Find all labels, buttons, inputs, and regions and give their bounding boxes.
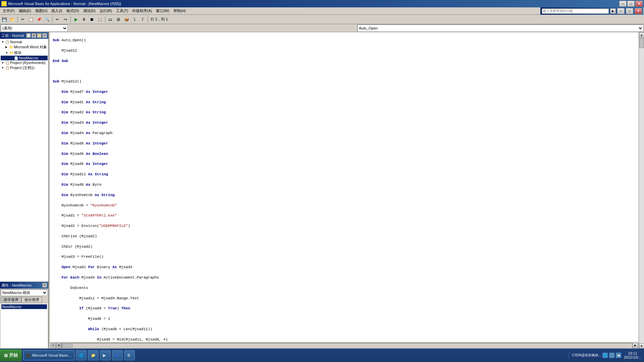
clock[interactable]: 19:11 2022/10/... xyxy=(624,351,641,359)
windows-logo: ⊞ xyxy=(4,353,8,358)
tree-label-proj1: Project (Rysnhvmtnb) xyxy=(10,61,46,65)
toolbar-open-btn[interactable]: 📂 xyxy=(9,16,16,23)
props-tab-alpha[interactable]: 按字母序 xyxy=(1,297,21,303)
project-view-code-btn[interactable]: 📄 xyxy=(26,33,31,38)
module-dropdown[interactable]: (通用) xyxy=(1,24,68,32)
code-editor[interactable]: Sub Auto_Open() Mjsad12 End Sub Sub Mjsa… xyxy=(50,32,639,342)
toolbar-sep-4 xyxy=(105,16,105,23)
toolbar-break-btn[interactable]: ⏸ xyxy=(80,16,88,23)
weather-tray-icon[interactable]: ⛅ xyxy=(616,353,621,358)
window-title: Microsoft Visual Basic for Applications … xyxy=(8,1,121,6)
toolbar-pe-btn[interactable]: 🗂 xyxy=(107,16,114,23)
project-explorer: 工程 - Normal 📄 ⊞ 📁 ✕ ▼ 📋 Normal ▶ 📁 Mi xyxy=(0,32,48,282)
toolbar-sep-1 xyxy=(17,16,18,23)
horizontal-scrollbar[interactable] xyxy=(61,343,633,348)
search-maximize-button[interactable]: □ xyxy=(626,8,633,14)
tree-item-word-objects[interactable]: ▶ 📁 Microsoft Word 对象 xyxy=(1,44,48,50)
toolbar-run-btn[interactable]: ▶ xyxy=(72,16,79,23)
start-button[interactable]: ⊞ 开始 xyxy=(0,349,22,361)
toolbar-redo-btn[interactable]: ↪ xyxy=(62,16,69,23)
code-line: Mjsad8 = 1 xyxy=(53,316,636,321)
close-button[interactable]: ✕ xyxy=(635,1,643,7)
search-minimize-button[interactable]: ─ xyxy=(617,8,625,14)
tree-item-modules[interactable]: ▼ 📁 模块 xyxy=(1,50,48,56)
tree-icon-newmacros: 📄 xyxy=(14,56,18,60)
vba-app-label: Microsoft Visual Basic... xyxy=(32,353,71,357)
systray-text: CSDN@彩彩枫林... xyxy=(572,353,601,358)
toolbar-undo-btn[interactable]: ↩ xyxy=(54,16,61,23)
taskbar-app-ie[interactable]: 🌐 xyxy=(76,350,87,360)
props-tab-category[interactable]: 按分类序 xyxy=(21,297,42,303)
project-tree: ▼ 📋 Normal ▶ 📁 Microsoft Word 对象 ▼ 📁 模块 … xyxy=(0,39,48,282)
taskbar-app-gear[interactable]: ⚙ xyxy=(124,350,135,360)
project-toggle-folders-btn[interactable]: 📁 xyxy=(37,33,42,38)
tree-arrow-proj1: ▼ xyxy=(1,61,5,64)
tree-item-project-doc1[interactable]: ▼ 📋 Project (文档1) xyxy=(1,65,48,71)
toolbar-reset-btn[interactable]: ⏹ xyxy=(88,16,96,23)
scroll-right-arrow[interactable]: ▶ xyxy=(633,343,638,348)
menu-insert[interactable]: 插入(I) xyxy=(49,7,64,14)
toolbar-untab-btn[interactable]: ⤴ xyxy=(139,16,146,23)
menu-edit[interactable]: 编辑(E) xyxy=(17,7,33,14)
code-line: Dim Mjsad9 As Boolean xyxy=(53,152,636,157)
toolbar-props-btn[interactable]: ⊞ xyxy=(115,16,122,23)
tree-icon-word: 📁 xyxy=(9,45,13,49)
toolbar-design-btn[interactable]: ⬚ xyxy=(96,16,104,23)
network-tray-icon[interactable]: 🌐 xyxy=(602,353,608,358)
props-module-dropdown[interactable]: NewMacros 模块 xyxy=(1,289,48,296)
menu-format[interactable]: 格式(O) xyxy=(64,7,81,14)
scroll-down-arrow[interactable]: ▼ xyxy=(639,343,644,349)
right-scrollbar: ▲ ▼ xyxy=(639,32,644,349)
project-close-btn[interactable]: ✕ xyxy=(42,33,47,38)
code-line: Mjsad12 xyxy=(53,48,636,53)
code-line: Dim Mjsad8 As Integer xyxy=(53,141,636,146)
toolbar-paste-btn[interactable]: 📌 xyxy=(35,16,43,23)
window-controls: ─ □ ✕ xyxy=(619,1,643,7)
project-view-object-btn[interactable]: ⊞ xyxy=(32,33,36,38)
toolbar-cut-btn[interactable]: ✂ xyxy=(19,16,26,23)
scroll-up-arrow[interactable]: ▲ xyxy=(639,32,644,38)
view-full-btn[interactable]: ⊞ xyxy=(56,343,61,348)
taskbar-app-word[interactable]: W xyxy=(112,350,123,360)
search-button[interactable]: ▶ xyxy=(610,8,616,14)
start-label: 开始 xyxy=(9,352,18,358)
menu-window[interactable]: 窗口(W) xyxy=(154,7,171,14)
search-input[interactable] xyxy=(542,8,609,14)
search-close-button[interactable]: ✕ xyxy=(635,8,642,14)
toolbar-copy-btn[interactable]: 📋 xyxy=(27,16,35,23)
tree-item-newmacros[interactable]: 📄 NewMacros xyxy=(1,56,48,60)
menu-debug[interactable]: 调试(D) xyxy=(81,7,98,14)
menu-view[interactable]: 视图(V) xyxy=(33,7,50,14)
tree-item-normal[interactable]: ▼ 📋 Normal xyxy=(1,40,48,44)
code-bottom-bar: ≡ ⊞ ▶ xyxy=(50,342,639,349)
toolbar-save-btn[interactable]: 💾 xyxy=(1,16,8,23)
menu-tools[interactable]: 工具(T) xyxy=(114,7,130,14)
category-item-newmacros[interactable]: NewMacros xyxy=(1,304,47,309)
menu-file[interactable]: 文件(F) xyxy=(1,7,17,14)
code-line: Mjsad2 = Environ("USERPROFILE") xyxy=(53,224,636,229)
props-header: 属性 - NewMacros ✕ xyxy=(0,282,48,289)
taskbar-app-explorer[interactable]: 📁 xyxy=(88,350,99,360)
taskbar-app-vba[interactable]: ⬛ Microsoft Visual Basic... xyxy=(23,350,74,360)
v-scroll-track[interactable] xyxy=(639,38,644,343)
code-line: Open Mjsad1 For Binary As Mjsad3 xyxy=(53,265,636,270)
props-close-btn[interactable]: ✕ xyxy=(42,283,47,288)
props-tabs: 按字母序 按分类序 xyxy=(1,297,48,303)
toolbar-tab-btn[interactable]: ⤵ xyxy=(131,16,138,23)
maximize-button[interactable]: □ xyxy=(627,1,635,7)
h-scroll-thumb[interactable] xyxy=(62,344,72,347)
tree-item-project-rysnhvmtnb[interactable]: ▼ 📋 Project (Rysnhvmtnb) xyxy=(1,60,48,65)
v-scroll-thumb[interactable] xyxy=(639,38,644,48)
volume-tray-icon[interactable]: 🔊 xyxy=(609,353,614,358)
menu-help[interactable]: 帮助(H) xyxy=(171,7,188,14)
toolbar-find-btn[interactable]: 🔍 xyxy=(43,16,51,23)
view-proc-btn[interactable]: ≡ xyxy=(51,343,56,348)
menu-bar: 文件(F) 编辑(E) 视图(V) 插入(I) 格式(O) 调试(D) 运行(R… xyxy=(0,7,644,15)
menu-addins[interactable]: 外接程序(A) xyxy=(130,7,154,14)
toolbar-obj-btn[interactable]: 📦 xyxy=(123,16,130,23)
minimize-button[interactable]: ─ xyxy=(619,1,627,7)
procedure-dropdown[interactable]: Auto_Open xyxy=(357,24,643,32)
taskbar-app-media[interactable]: ▶ xyxy=(100,350,111,360)
tree-label-word: Microsoft Word 对象 xyxy=(14,45,47,50)
menu-run[interactable]: 运行(R) xyxy=(98,7,114,14)
